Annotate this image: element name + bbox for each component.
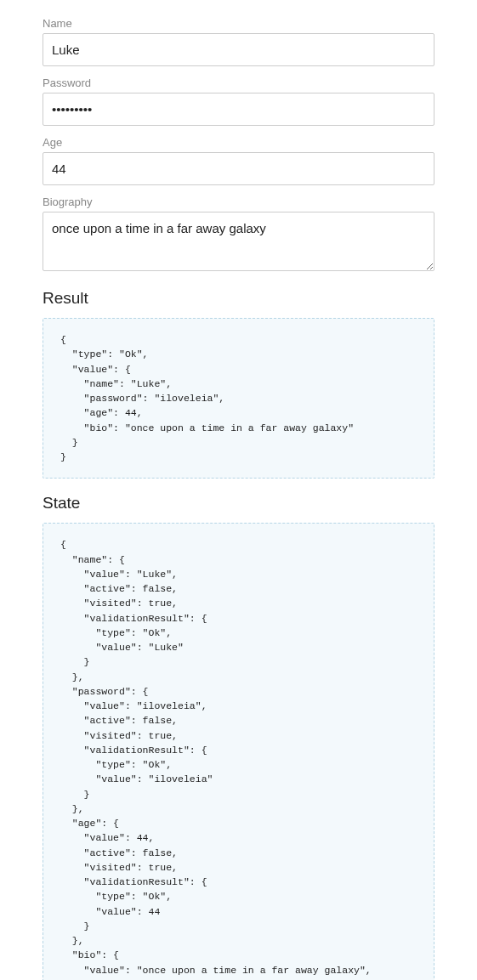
- age-field-group: Age: [43, 136, 434, 185]
- biography-label: Biography: [43, 195, 434, 208]
- biography-field-group: Biography once upon a time in a far away…: [43, 195, 434, 274]
- name-label: Name: [43, 17, 434, 30]
- password-label: Password: [43, 76, 434, 89]
- password-field-group: Password: [43, 76, 434, 126]
- age-input[interactable]: [43, 152, 434, 185]
- result-heading: Result: [43, 289, 434, 308]
- age-label: Age: [43, 136, 434, 149]
- name-field-group: Name: [43, 17, 434, 66]
- password-input[interactable]: [43, 93, 434, 126]
- biography-input[interactable]: once upon a time in a far away galaxy: [43, 212, 434, 271]
- state-heading: State: [43, 494, 434, 513]
- state-code-block: { "name": { "value": "Luke", "active": f…: [43, 523, 434, 980]
- result-code-block: { "type": "Ok", "value": { "name": "Luke…: [43, 318, 434, 479]
- name-input[interactable]: [43, 33, 434, 66]
